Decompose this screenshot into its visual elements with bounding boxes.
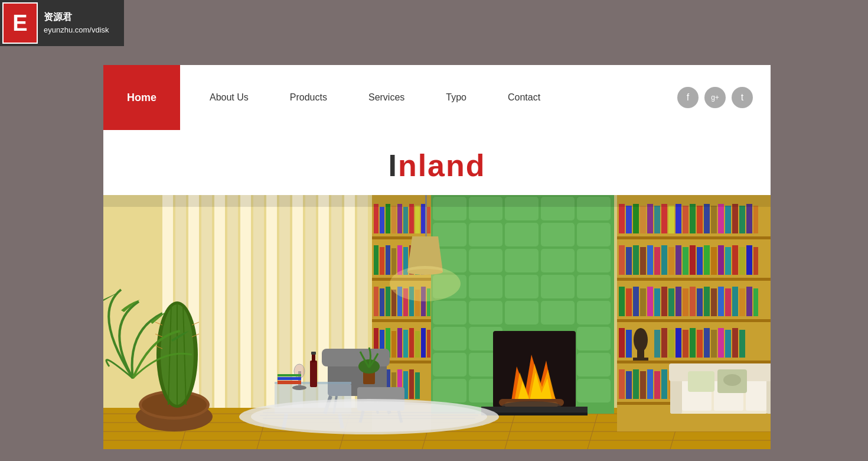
svg-rect-257 [278,381,301,384]
svg-rect-176 [626,288,632,316]
svg-rect-99 [577,249,611,272]
svg-rect-210 [725,330,731,358]
svg-rect-180 [654,288,660,316]
svg-rect-169 [718,245,724,275]
watermark-subtitle: eyunzhu.com/vdisk [44,24,109,37]
hero-image [103,195,771,449]
svg-rect-178 [640,288,646,316]
svg-rect-253 [311,352,316,355]
svg-rect-139 [647,204,653,233]
svg-rect-45 [427,207,430,233]
svg-rect-108 [541,301,575,324]
svg-rect-148 [711,206,717,233]
svg-rect-142 [668,206,674,233]
svg-rect-175 [619,287,625,316]
svg-rect-152 [739,206,745,233]
svg-rect-42 [409,204,414,233]
svg-rect-145 [690,204,696,233]
svg-rect-195 [619,328,625,358]
svg-rect-135 [619,204,625,233]
svg-rect-190 [725,288,731,316]
svg-rect-191 [732,287,738,316]
svg-rect-92 [505,223,539,246]
svg-rect-165 [690,245,696,275]
svg-rect-43 [415,206,420,233]
svg-rect-218 [654,371,660,399]
svg-rect-83 [415,372,420,399]
watermark-logo: E [2,2,38,44]
svg-rect-279 [746,378,766,411]
svg-rect-219 [661,369,667,399]
home-label: Home [127,92,156,104]
svg-rect-40 [397,204,402,233]
svg-rect-147 [704,204,710,233]
svg-rect-212 [739,330,745,358]
svg-rect-188 [711,288,717,316]
svg-rect-164 [683,247,688,275]
svg-rect-112 [577,327,611,350]
nav-link-typo[interactable]: Typo [428,86,484,109]
svg-rect-50 [397,245,402,275]
navbar: Home About Us Products Services Typo Con… [103,65,771,130]
svg-rect-161 [661,245,667,275]
svg-rect-204 [683,330,688,358]
svg-rect-143 [676,204,681,233]
svg-rect-194 [753,288,758,316]
svg-rect-202 [668,330,674,358]
svg-rect-74 [421,328,426,358]
svg-rect-101 [469,275,502,298]
svg-point-197 [634,328,648,352]
watermark: E 资源君 eyunzhu.com/vdisk [0,0,124,46]
svg-rect-179 [647,287,653,316]
svg-rect-213 [619,369,625,399]
twitter-icon[interactable]: t [732,87,753,108]
svg-rect-155 [619,245,625,275]
svg-rect-186 [697,288,703,316]
svg-rect-171 [732,245,738,275]
svg-rect-170 [725,247,731,275]
svg-rect-215 [633,369,639,399]
room-svg [103,195,771,449]
svg-rect-251 [310,361,317,387]
svg-rect-187 [704,287,710,316]
facebook-icon[interactable]: f [677,87,699,108]
svg-rect-141 [661,204,667,233]
svg-rect-160 [654,247,660,275]
nav-link-contact[interactable]: Contact [490,86,558,109]
nav-home-button[interactable]: Home [103,65,180,130]
svg-rect-109 [577,301,611,324]
svg-rect-181 [661,287,667,316]
svg-rect-173 [746,245,752,275]
svg-rect-185 [690,287,696,316]
svg-rect-57 [380,288,384,316]
svg-rect-216 [640,371,646,399]
nav-links: About Us Products Services Typo Contact [180,86,677,109]
svg-rect-149 [718,204,724,233]
svg-rect-159 [647,245,653,275]
svg-rect-144 [683,206,688,233]
svg-rect-206 [697,330,703,358]
svg-rect-183 [676,287,681,316]
svg-rect-209 [718,328,724,358]
svg-rect-47 [380,247,384,275]
googleplus-icon[interactable]: g+ [704,87,726,108]
svg-rect-72 [409,328,414,358]
facebook-symbol: f [687,92,689,103]
svg-rect-97 [505,249,539,272]
svg-rect-102 [505,275,539,298]
svg-rect-91 [469,223,502,246]
nav-link-services[interactable]: Services [351,86,422,109]
nav-link-about[interactable]: About Us [192,86,266,109]
svg-rect-41 [403,207,408,233]
svg-rect-56 [374,287,378,316]
svg-rect-116 [433,379,466,402]
svg-rect-162 [668,247,674,275]
svg-rect-70 [397,328,402,358]
svg-point-286 [251,401,487,432]
svg-rect-106 [469,301,502,324]
nav-social: f g+ t [677,87,771,108]
svg-point-255 [292,385,306,390]
svg-rect-201 [661,328,667,358]
nav-link-products[interactable]: Products [272,86,345,109]
svg-rect-69 [391,331,396,358]
